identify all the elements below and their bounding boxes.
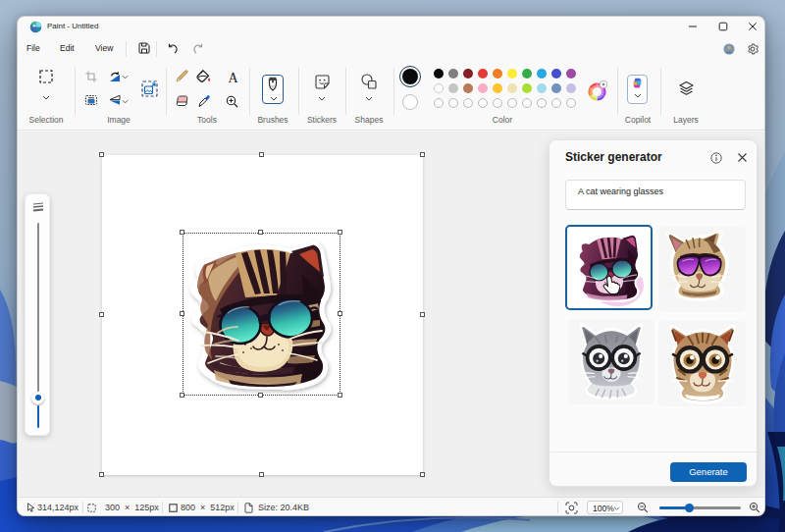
- svg-text:A: A: [228, 71, 238, 83]
